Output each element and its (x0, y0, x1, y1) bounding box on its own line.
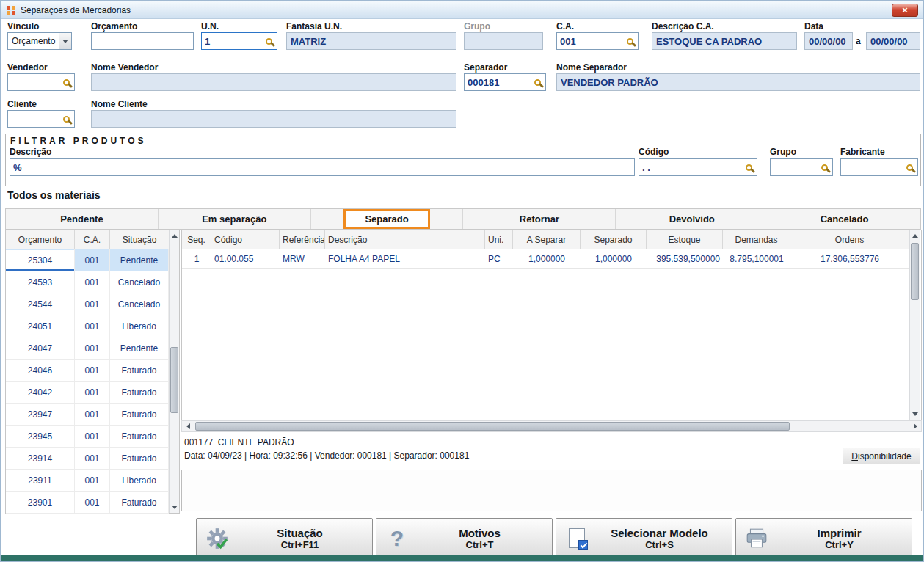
ca-search-button[interactable] (622, 33, 638, 49)
cell-a-separar: 1,000000 (513, 249, 581, 268)
button-accel: D (851, 451, 858, 461)
chevron-down-icon[interactable] (59, 33, 71, 49)
close-button[interactable]: × (892, 4, 918, 17)
scroll-up-icon[interactable] (170, 230, 179, 241)
button-label: Situação (238, 527, 362, 539)
orders-row-selected[interactable]: 25304 001 Pendente (6, 249, 169, 271)
vendedor-input[interactable] (8, 74, 58, 90)
separador-field (464, 73, 546, 91)
items-header-demandas[interactable]: Demandas (723, 230, 790, 249)
orders-row[interactable]: 24046 001 Faturado (6, 360, 169, 382)
scrollbar-track (194, 421, 909, 431)
vendedor-search-button[interactable] (58, 74, 74, 90)
nome-cliente-value (91, 110, 456, 128)
orders-row[interactable]: 24051 001 Liberado (6, 315, 169, 337)
button-text: Situação Ctrl+F11 (238, 527, 372, 550)
filter-grupo-field (770, 158, 833, 176)
orcamento-input[interactable] (92, 33, 193, 49)
cell-orcamento: 23945 (6, 426, 75, 447)
imprimir-button[interactable]: Imprimir Ctrl+Y (735, 518, 912, 558)
scroll-right-icon[interactable] (909, 421, 921, 431)
separador-input[interactable] (465, 74, 529, 90)
tab-retornar[interactable]: Retornar (463, 209, 616, 229)
orders-row[interactable]: 24593 001 Cancelado (6, 271, 169, 293)
tab-cancelado[interactable]: Cancelado (768, 209, 920, 229)
vendedor-label: Vendedor (7, 62, 48, 73)
filter-fabricante-search-button[interactable] (901, 159, 917, 175)
items-table: Seq. Código Referência Descrição Uni. A … (181, 230, 922, 420)
orders-header-situacao[interactable]: Situação (110, 230, 169, 249)
items-header-ordens[interactable]: Ordens (790, 230, 909, 249)
orders-row[interactable]: 23901 001 Faturado (6, 492, 169, 514)
items-hscrollbar (181, 420, 922, 432)
tab-separado[interactable]: Separado (311, 209, 464, 229)
orders-row[interactable]: 24544 001 Cancelado (6, 293, 169, 315)
items-header-separado[interactable]: Separado (581, 230, 647, 249)
scrollbar-thumb[interactable] (170, 347, 178, 413)
cell-orcamento: 25304 (6, 249, 75, 271)
button-label: Imprimir (777, 527, 901, 539)
filter-grupo-input[interactable] (771, 159, 816, 175)
cell-situacao: Faturado (110, 404, 169, 425)
scrollbar-thumb[interactable] (195, 422, 790, 431)
vinculo-select[interactable]: Orçamento (7, 32, 72, 50)
cliente-input[interactable] (8, 111, 58, 127)
orders-scrollbar (169, 230, 179, 513)
separador-search-button[interactable] (529, 74, 545, 90)
button-shortcut: Ctrl+Y (777, 539, 901, 550)
un-search-button[interactable] (261, 33, 277, 49)
cell-ca: 001 (75, 360, 110, 381)
ca-input[interactable] (557, 33, 622, 49)
items-header-a-separar[interactable]: A Separar (513, 230, 581, 249)
tab-devolvido[interactable]: Devolvido (616, 209, 768, 229)
items-header-uni[interactable]: Uni. (485, 230, 513, 249)
scroll-up-icon[interactable] (910, 230, 920, 241)
orders-row[interactable]: 23914 001 Faturado (6, 448, 169, 470)
question-icon: ? (376, 526, 418, 551)
cell-orcamento: 23911 (6, 470, 75, 491)
items-header-seq[interactable]: Seq. (182, 230, 211, 249)
orders-row[interactable]: 23945 001 Faturado (6, 426, 169, 448)
filter-descricao-input[interactable] (10, 159, 634, 175)
cliente-search-button[interactable] (58, 111, 74, 127)
cell-ca: 001 (75, 470, 110, 491)
tab-pendente[interactable]: Pendente (6, 209, 159, 229)
scroll-down-icon[interactable] (910, 409, 920, 420)
disponibilidade-button[interactable]: Disponibilidade (843, 448, 920, 464)
filter-codigo-search-button[interactable] (741, 159, 757, 175)
data-from-value: 00/00/00 (804, 32, 853, 50)
separador-label: Separador (464, 62, 507, 73)
filter-codigo-input[interactable] (639, 159, 741, 175)
orders-row[interactable]: 23947 001 Faturado (6, 404, 169, 426)
orders-row[interactable]: 23911 001 Liberado (6, 470, 169, 492)
tab-label: Separado (365, 214, 408, 225)
filter-grupo-search-button[interactable] (816, 159, 832, 175)
items-header-codigo[interactable]: Código (211, 230, 280, 249)
cell-ca: 001 (75, 448, 110, 469)
filter-fabricante-label: Fabricante (840, 147, 885, 157)
orders-row[interactable]: 24042 001 Faturado (6, 382, 169, 404)
items-header-referencia[interactable]: Referência (280, 230, 325, 249)
tab-em-separacao[interactable]: Em separação (159, 209, 311, 229)
items-header-estoque[interactable]: Estoque (647, 230, 723, 249)
orders-header-ca[interactable]: C.A. (75, 230, 110, 249)
orders-header-orcamento[interactable]: Orçamento (6, 230, 75, 249)
scroll-left-icon[interactable] (182, 421, 194, 431)
tab-label: Devolvido (669, 214, 715, 225)
selecionar-modelo-button[interactable]: Selecionar Modelo Ctrl+S (556, 518, 732, 558)
scroll-down-icon[interactable] (170, 502, 179, 513)
un-input[interactable] (202, 33, 261, 49)
situacao-button[interactable]: Situação Ctrl+F11 (196, 518, 373, 558)
search-icon (627, 38, 633, 45)
fantasia-un-value: MATRIZ (286, 32, 456, 50)
scrollbar-thumb[interactable] (911, 243, 919, 300)
active-tab-highlight: Separado (343, 209, 429, 229)
orders-row[interactable]: 24047 001 Pendente (6, 337, 169, 360)
motivos-button[interactable]: ? Motivos Ctrl+T (376, 518, 553, 558)
cell-situacao: Pendente (110, 249, 169, 271)
filter-fabricante-input[interactable] (841, 159, 901, 175)
cell-orcamento: 23914 (6, 448, 75, 469)
search-icon (63, 79, 70, 86)
items-header-descricao[interactable]: Descrição (325, 230, 485, 249)
items-row[interactable]: 1 01.00.055 MRW FOLHA A4 PAPEL PC 1,0000… (182, 249, 909, 269)
